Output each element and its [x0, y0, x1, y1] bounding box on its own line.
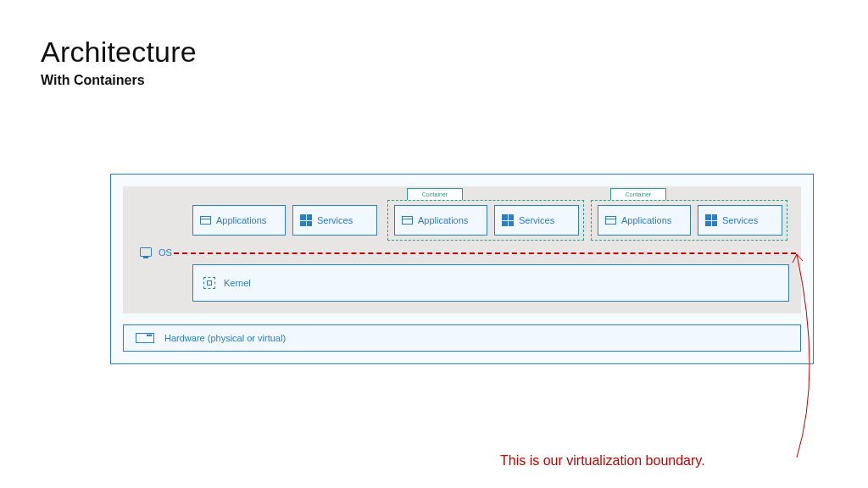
virtualization-boundary-line	[174, 252, 796, 254]
block-label: Services	[722, 215, 758, 225]
kernel-label: Kernel	[224, 278, 251, 288]
slide-subtitle: With Containers	[41, 73, 145, 88]
hardware-icon	[136, 333, 154, 343]
slide: Architecture With Containers OS Containe…	[0, 0, 868, 488]
container-tab: Container	[610, 188, 666, 200]
applications-block: Applications	[598, 205, 691, 236]
block-label: Services	[519, 215, 554, 225]
window-icon	[200, 216, 211, 225]
block-label: Applications	[216, 215, 266, 225]
services-block: Services	[494, 205, 579, 236]
block-label: Applications	[621, 215, 671, 225]
kernel-block: Kernel	[192, 264, 789, 302]
applications-block: Applications	[394, 205, 487, 236]
windows-icon	[705, 214, 717, 226]
os-layer: OS Container Container Applications Serv…	[123, 186, 801, 313]
windows-icon	[300, 214, 312, 226]
applications-block: Applications	[192, 205, 286, 236]
services-block: Services	[698, 205, 782, 236]
window-icon	[605, 216, 616, 225]
architecture-frame: OS Container Container Applications Serv…	[110, 174, 814, 364]
windows-icon	[502, 214, 514, 226]
monitor-icon	[140, 247, 152, 257]
os-label: OS	[159, 247, 172, 258]
annotation-text: This is our virtualization boundary.	[500, 453, 705, 469]
window-icon	[402, 216, 413, 225]
services-block: Services	[292, 205, 377, 236]
container-tab: Container	[407, 188, 463, 200]
block-label: Applications	[418, 215, 468, 225]
hardware-block: Hardware (physical or virtual)	[123, 324, 801, 352]
block-label: Services	[317, 215, 353, 225]
slide-title: Architecture	[41, 36, 197, 69]
kernel-icon	[203, 277, 215, 289]
hardware-label: Hardware (physical or virtual)	[164, 333, 286, 343]
